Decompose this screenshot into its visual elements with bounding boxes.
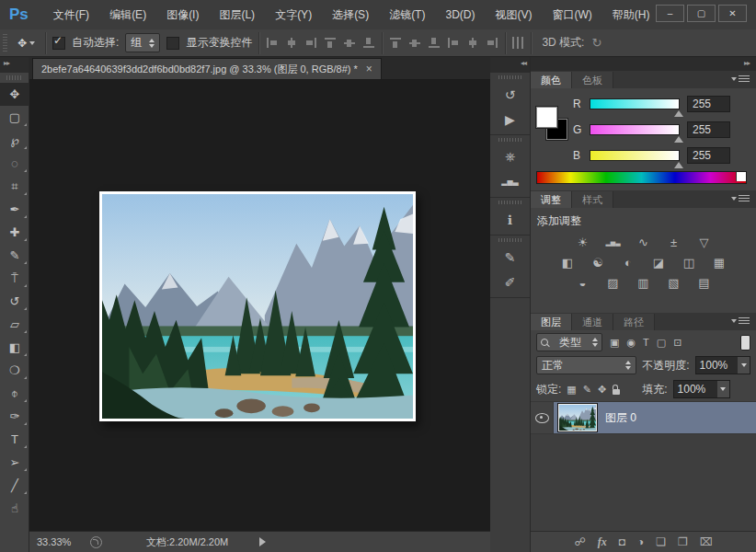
panel-menu-icon[interactable] xyxy=(739,195,750,202)
filter-type-dropdown[interactable]: 类型 xyxy=(536,333,602,351)
tool-lasso[interactable]: ℘ xyxy=(0,129,29,152)
panel-menu-icon[interactable] xyxy=(739,75,750,83)
adjustment-exposure-icon[interactable]: ± xyxy=(663,234,685,251)
tool-dodge[interactable]: ⌽ xyxy=(0,382,29,405)
zoom-level-field[interactable]: 33.33% xyxy=(37,536,85,547)
align-top-icon[interactable] xyxy=(324,37,337,49)
adjustment-brightness-contrast-icon[interactable]: ☀ xyxy=(572,234,594,251)
distribute-v-center-icon[interactable] xyxy=(408,37,421,49)
type-layer-filter-icon[interactable]: T xyxy=(643,337,649,348)
tool-clone-stamp[interactable]: ⍑ xyxy=(0,267,29,290)
shape-layer-filter-icon[interactable]: ▢ xyxy=(657,337,666,349)
opacity-field[interactable]: 100% xyxy=(695,356,750,374)
align-v-center-icon[interactable] xyxy=(343,37,356,49)
auto-select-checkbox[interactable]: ✓ xyxy=(52,37,65,50)
tool-blur[interactable]: ❍ xyxy=(0,359,29,382)
current-tool-badge[interactable]: ✥ xyxy=(14,37,39,50)
actions-panel-icon[interactable]: ▶ xyxy=(490,107,530,132)
align-left-icon[interactable] xyxy=(266,37,279,49)
fill-field[interactable]: 100% xyxy=(673,380,730,398)
adjustment-levels-icon[interactable]: ▂▅▃ xyxy=(602,234,624,251)
distribute-bottom-icon[interactable] xyxy=(428,37,441,49)
link-layers-icon[interactable]: ☍ xyxy=(574,535,585,548)
foreground-color-swatch[interactable] xyxy=(536,107,557,128)
adjustment-layer-filter-icon[interactable]: ◉ xyxy=(626,337,636,349)
color-spectrum-ramp[interactable] xyxy=(536,171,747,184)
add-layer-mask-icon[interactable]: ◘ xyxy=(619,535,625,548)
blue-slider[interactable] xyxy=(590,150,680,161)
lock-paint-icon[interactable]: ✎ xyxy=(583,384,591,396)
green-value-field[interactable]: 255 xyxy=(687,121,730,138)
new-group-icon[interactable]: ❏ xyxy=(656,535,666,548)
tool-paint-bucket[interactable]: ◧ xyxy=(0,336,29,359)
auto-align-layers-icon[interactable] xyxy=(512,37,524,49)
restore-button[interactable]: ▢ xyxy=(687,5,716,22)
smart-object-filter-icon[interactable]: ⊡ xyxy=(673,337,682,349)
blend-mode-dropdown[interactable]: 正常 xyxy=(536,356,636,374)
red-slider[interactable] xyxy=(590,98,680,109)
status-menu-arrow-icon[interactable] xyxy=(259,537,270,546)
lock-all-icon[interactable] xyxy=(613,389,620,395)
filter-toggle-switch[interactable] xyxy=(740,335,750,351)
tool-path-selection[interactable]: ➢ xyxy=(0,451,29,474)
tab-channels[interactable]: 通道 xyxy=(572,314,613,330)
histogram-panel-icon[interactable]: ▂▅▃ xyxy=(490,169,530,194)
navigator-panel-icon[interactable]: ⎈ xyxy=(490,144,530,169)
tool-eraser[interactable]: ▱ xyxy=(0,313,29,336)
adjustment-curves-icon[interactable]: ∿ xyxy=(633,234,655,251)
tab-close-icon[interactable]: × xyxy=(366,63,372,75)
adjustment-threshold-icon[interactable]: ▥ xyxy=(633,274,655,292)
3d-rotate-icon[interactable]: ↻ xyxy=(591,36,601,50)
tool-hand[interactable]: ☝ xyxy=(0,497,29,520)
tab-adjustments[interactable]: 调整 xyxy=(531,191,572,208)
tool-move[interactable]: ✥ xyxy=(0,83,29,106)
adjustment-color-lookup-icon[interactable]: ▦ xyxy=(708,254,730,271)
lock-transparency-icon[interactable]: ▦ xyxy=(567,384,576,396)
eye-icon[interactable] xyxy=(535,413,549,423)
dropdown-arrow-icon[interactable] xyxy=(738,357,750,374)
tool-type[interactable]: T xyxy=(0,428,29,451)
minimize-button[interactable]: – xyxy=(656,5,684,22)
layer-entry-selected[interactable]: 图层 0 xyxy=(554,402,756,433)
layer-effects-icon[interactable]: fx xyxy=(598,535,607,549)
blue-value-field[interactable]: 255 xyxy=(687,147,730,164)
tab-color[interactable]: 颜色 xyxy=(531,72,572,88)
tool-brush[interactable]: ✎ xyxy=(0,244,29,267)
tool-eyedropper[interactable]: ✒ xyxy=(0,198,29,221)
distribute-h-center-icon[interactable] xyxy=(466,37,479,49)
distribute-right-icon[interactable] xyxy=(486,37,498,49)
document-image[interactable] xyxy=(99,191,416,421)
slider-thumb-icon[interactable] xyxy=(674,106,683,117)
tab-paths[interactable]: 路径 xyxy=(613,314,655,330)
show-transform-checkbox[interactable] xyxy=(166,37,179,50)
tab-layers[interactable]: 图层 xyxy=(531,314,572,330)
red-value-field[interactable]: 255 xyxy=(687,96,730,112)
adjustment-selective-color-icon[interactable]: ▧ xyxy=(663,274,685,292)
tool-quick-selection[interactable]: ◌ xyxy=(0,152,29,175)
tab-swatches[interactable]: 色板 xyxy=(572,72,613,88)
slider-thumb-icon[interactable] xyxy=(674,157,683,168)
auto-select-dropdown[interactable]: 组 xyxy=(125,33,160,52)
layer-row[interactable]: 图层 0 xyxy=(531,401,756,434)
slider-thumb-icon[interactable] xyxy=(674,132,683,143)
adjustment-channel-mixer-icon[interactable]: ◫ xyxy=(678,254,700,271)
green-slider[interactable] xyxy=(590,124,680,135)
tab-styles[interactable]: 样式 xyxy=(572,191,613,208)
delete-layer-icon[interactable]: ⌧ xyxy=(700,535,713,548)
distribute-top-icon[interactable] xyxy=(389,37,402,49)
tools-collapse-icon[interactable]: ▸▸ xyxy=(0,57,29,73)
menu-view[interactable]: 视图(V) xyxy=(485,7,542,23)
adjustment-invert-icon[interactable]: ◒ xyxy=(572,274,594,292)
distribute-left-icon[interactable] xyxy=(447,37,460,49)
menu-window[interactable]: 窗口(W) xyxy=(542,7,601,23)
tool-presets-panel-icon[interactable]: ✎ xyxy=(490,245,530,270)
dock-collapse-icon[interactable]: ◂◂ xyxy=(490,57,530,73)
adjustment-black-white-icon[interactable]: ◐ xyxy=(617,254,639,271)
tool-pen[interactable]: ✑ xyxy=(0,405,29,428)
menu-image[interactable]: 图像(I) xyxy=(156,7,209,23)
document-tab[interactable]: 2befe7a64640639f3dd2df6bd0bd82f7.jpg @ 3… xyxy=(32,58,382,79)
history-panel-icon[interactable]: ↺ xyxy=(490,82,530,107)
close-button[interactable]: ✕ xyxy=(718,5,747,22)
menu-3d[interactable]: 3D(D) xyxy=(435,8,485,21)
new-layer-icon[interactable]: ❐ xyxy=(678,535,688,548)
